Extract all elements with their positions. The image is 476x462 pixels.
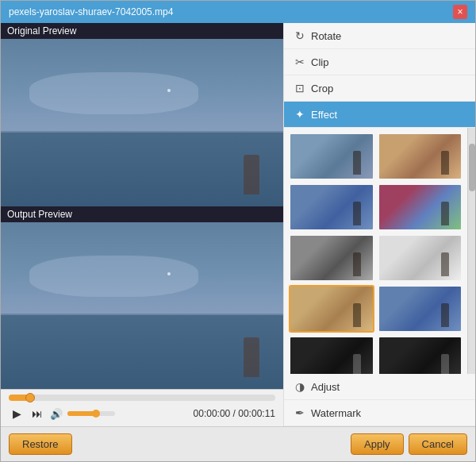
volume-slider[interactable]: [67, 411, 115, 416]
clouds2: [29, 256, 199, 298]
progress-bar[interactable]: [9, 395, 275, 401]
effect-thumb-7[interactable]: [289, 285, 374, 333]
effect-sketch: [379, 236, 462, 280]
sea-bg: [1, 131, 283, 206]
effect-section: Level:: [284, 128, 467, 374]
crop-icon: ⊡: [295, 82, 305, 94]
dot: [167, 89, 171, 92]
menu-rotate-label: Rotate: [311, 30, 341, 42]
output-preview-video: [1, 222, 283, 390]
thumb-fig5: [353, 252, 361, 276]
thumb-fig3: [353, 202, 361, 225]
watermark-icon: ✒: [295, 406, 305, 419]
window-title: pexels-yaroslav-shuraev-7042005.mp4: [9, 6, 173, 17]
clouds: [29, 72, 199, 114]
effect-cool: [290, 185, 373, 229]
main-content: Original Preview Output Preview: [1, 23, 475, 426]
effect-thumb-3[interactable]: [289, 183, 374, 231]
figure: [244, 155, 259, 194]
rotate-icon: ↻: [295, 29, 305, 42]
effect-and-scroll: Level:: [284, 128, 475, 374]
preview-section: Original Preview Output Preview: [1, 23, 283, 389]
effect-thumb-6[interactable]: [378, 234, 463, 282]
thumb-fig9: [353, 354, 361, 374]
effect-grid: [289, 133, 463, 374]
effect-normal: [290, 134, 373, 179]
thumb-fig10: [441, 354, 449, 374]
effect-thumb-1[interactable]: [289, 133, 374, 180]
menu-clip-label: Clip: [311, 56, 328, 68]
scrollbar[interactable]: [467, 128, 475, 374]
skip-button[interactable]: ⏭: [29, 406, 45, 422]
effect-dark: [290, 337, 373, 374]
effect-thumb-9[interactable]: [289, 336, 374, 374]
apply-button[interactable]: Apply: [351, 433, 404, 455]
effect-selected: [290, 287, 373, 331]
scrollbar-thumb[interactable]: [469, 144, 475, 191]
effect-thumb-2[interactable]: [378, 133, 463, 180]
thumb-fig8: [441, 303, 449, 327]
menu-crop-label: Crop: [311, 83, 333, 94]
right-buttons: Apply Cancel: [351, 433, 467, 455]
titlebar: pexels-yaroslav-shuraev-7042005.mp4 ×: [1, 1, 475, 23]
menu-clip[interactable]: ✂ Clip: [284, 49, 475, 75]
right-panel: ↻ Rotate ✂ Clip ⊡ Crop ✦ Effect: [283, 23, 475, 426]
thumb-fig: [353, 151, 361, 175]
effect-thumb-8[interactable]: [378, 285, 463, 333]
sea-bg2: [1, 314, 283, 389]
effect-vivid: [379, 185, 462, 229]
effect-icon: ✦: [295, 108, 305, 121]
thumb-fig4: [441, 202, 449, 225]
volume-thumb: [92, 410, 100, 418]
clip-icon: ✂: [295, 56, 305, 68]
output-preview-label: Output Preview: [1, 206, 283, 222]
menu-crop[interactable]: ⊡ Crop: [284, 75, 475, 102]
menu-adjust[interactable]: ◑ Adjust: [284, 374, 475, 400]
original-preview-video: [1, 39, 283, 206]
thumb-fig7: [353, 303, 361, 327]
dot2: [167, 272, 171, 275]
controls-area: ▶ ⏭ 🔊 00:00:00 / 00:00:11: [1, 389, 283, 426]
thumb-fig2: [441, 151, 449, 175]
play-button[interactable]: ▶: [9, 406, 25, 422]
menu-watermark-label: Watermark: [311, 407, 361, 419]
thumb-fig6: [441, 252, 449, 276]
restore-button[interactable]: Restore: [9, 433, 72, 455]
figure2: [244, 337, 259, 377]
original-preview-label: Original Preview: [1, 23, 283, 39]
horizon: [1, 131, 283, 133]
close-button[interactable]: ×: [453, 5, 467, 19]
adjust-icon: ◑: [295, 380, 305, 393]
effect-warm: [379, 134, 462, 179]
bottom-bar: Restore Apply Cancel: [1, 426, 475, 461]
controls-row: ▶ ⏭ 🔊 00:00:00 / 00:00:11: [9, 406, 275, 422]
effect-bw: [290, 236, 373, 280]
horizon2: [1, 314, 283, 315]
cancel-button[interactable]: Cancel: [409, 433, 467, 455]
menu-adjust-label: Adjust: [311, 381, 340, 393]
menu-watermark[interactable]: ✒ Watermark: [284, 400, 475, 426]
effect-thumb-4[interactable]: [378, 183, 463, 231]
effect-thumb-5[interactable]: [289, 234, 374, 282]
effect-thumb-10[interactable]: [378, 336, 463, 374]
left-panel: Original Preview Output Preview: [1, 23, 283, 426]
volume-icon: 🔊: [50, 408, 63, 420]
menu-effect[interactable]: ✦ Effect: [284, 102, 475, 128]
progress-thumb: [25, 393, 35, 402]
time-display: 00:00:00 / 00:00:11: [194, 408, 275, 419]
menu-effect-label: Effect: [311, 109, 337, 121]
effect-dark2: [379, 337, 462, 374]
effect-cool2: [379, 287, 462, 331]
main-window: pexels-yaroslav-shuraev-7042005.mp4 × Or…: [0, 0, 476, 462]
menu-rotate[interactable]: ↻ Rotate: [284, 23, 475, 49]
